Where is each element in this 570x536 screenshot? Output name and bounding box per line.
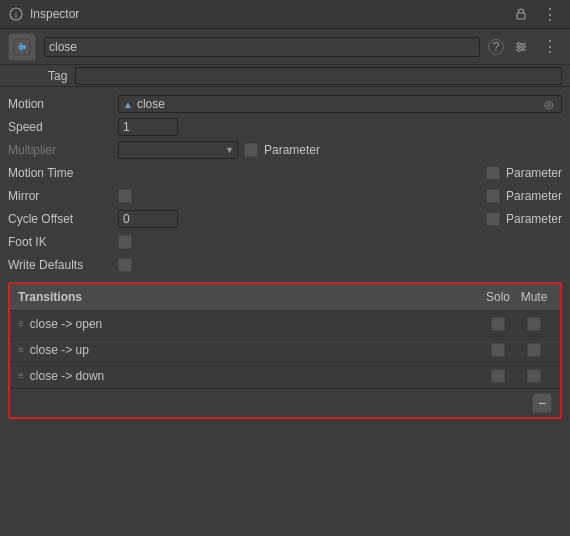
transition-handle-icon-0: ≡ (18, 318, 22, 329)
toolbar-menu-button[interactable]: ⋮ (538, 35, 562, 58)
mirror-param-checkbox[interactable] (486, 189, 500, 203)
inspector-header: i Inspector ⋮ (0, 0, 570, 29)
motion-triangle-icon: ▲ (123, 99, 133, 110)
properties-panel: Motion ▲ close ◎ Speed Multiplier ▼ Pa (0, 87, 570, 425)
foot-ik-checkbox[interactable] (118, 235, 132, 249)
multiplier-label: Multiplier (8, 143, 118, 157)
transition-solo-cb-0[interactable] (491, 317, 505, 331)
cycle-offset-checkbox[interactable] (486, 212, 500, 226)
svg-rect-2 (517, 13, 525, 19)
toolbar: ? ⋮ (0, 29, 570, 65)
transition-text-0: close -> open (30, 317, 480, 331)
transition-mute-cb-0[interactable] (527, 317, 541, 331)
motion-value: ▲ close ◎ (118, 95, 562, 113)
multiplier-value: ▼ Parameter (118, 141, 562, 159)
cycle-offset-row: Cycle Offset Parameter (8, 208, 562, 230)
svg-point-8 (518, 42, 521, 45)
transition-handle-icon-1: ≡ (18, 344, 22, 355)
transition-row-2[interactable]: ≡ close -> down (10, 362, 560, 388)
multiplier-dropdown[interactable] (118, 141, 238, 159)
motion-row: Motion ▲ close ◎ (8, 93, 562, 115)
tag-input[interactable] (75, 67, 562, 85)
name-input[interactable] (44, 37, 480, 57)
tag-row: Tag (0, 65, 570, 87)
remove-transition-button[interactable]: − (532, 393, 552, 413)
transitions-mute-label: Mute (516, 290, 552, 304)
motion-time-row: Motion Time Parameter (8, 162, 562, 184)
mirror-label: Mirror (8, 189, 118, 203)
motion-label: Motion (8, 97, 118, 111)
transitions-header: Transitions Solo Mute (10, 284, 560, 310)
header-menu-button[interactable]: ⋮ (538, 3, 562, 26)
multiplier-dropdown-wrap: ▼ (118, 141, 238, 159)
transitions-bottom-bar: − (10, 388, 560, 417)
info-icon: i (8, 6, 24, 22)
cycle-offset-value: Parameter (118, 210, 562, 228)
inspector-title: Inspector (30, 7, 504, 21)
lock-button[interactable] (510, 5, 532, 23)
speed-label: Speed (8, 120, 118, 134)
svg-point-9 (522, 45, 525, 48)
svg-point-10 (518, 48, 521, 51)
transitions-label: Transitions (18, 290, 480, 304)
mirror-param-label: Parameter (506, 189, 562, 203)
transition-text-2: close -> down (30, 369, 480, 383)
speed-input[interactable] (118, 118, 178, 136)
motion-time-label: Motion Time (8, 166, 118, 180)
write-defaults-label: Write Defaults (8, 258, 118, 272)
cycle-offset-input[interactable] (118, 210, 178, 228)
transitions-solo-label: Solo (480, 290, 516, 304)
write-defaults-row: Write Defaults (8, 254, 562, 276)
transition-handle-icon-2: ≡ (18, 370, 22, 381)
mirror-value: Parameter (118, 189, 562, 203)
transition-mute-cb-1[interactable] (527, 343, 541, 357)
cycle-offset-param-label: Parameter (506, 212, 562, 226)
transition-mute-cb-2[interactable] (527, 369, 541, 383)
multiplier-checkbox[interactable] (244, 143, 258, 157)
speed-value (118, 118, 562, 136)
motion-field-text: close (137, 97, 537, 111)
back-icon-button[interactable] (8, 33, 36, 61)
write-defaults-checkbox[interactable] (118, 258, 132, 272)
mirror-row: Mirror Parameter (8, 185, 562, 207)
transition-row-1[interactable]: ≡ close -> up (10, 336, 560, 362)
foot-ik-value (118, 235, 562, 249)
svg-text:i: i (15, 10, 17, 20)
settings-button[interactable] (510, 38, 532, 56)
motion-time-value: Parameter (118, 166, 562, 180)
help-button[interactable]: ? (488, 39, 504, 55)
transition-solo-cb-2[interactable] (491, 369, 505, 383)
motion-time-param-label: Parameter (506, 166, 562, 180)
toolbar-right-actions: ? ⋮ (488, 35, 562, 58)
cycle-offset-label: Cycle Offset (8, 212, 118, 226)
speed-row: Speed (8, 116, 562, 138)
transitions-section: Transitions Solo Mute ≡ close -> open ≡ … (8, 282, 562, 419)
multiplier-param-label: Parameter (264, 143, 320, 157)
foot-ik-label: Foot IK (8, 235, 118, 249)
transition-solo-cb-1[interactable] (491, 343, 505, 357)
tag-label: Tag (48, 69, 67, 83)
header-actions: ⋮ (510, 3, 562, 26)
write-defaults-value (118, 258, 562, 272)
motion-field[interactable]: ▲ close ◎ (118, 95, 562, 113)
motion-time-checkbox[interactable] (486, 166, 500, 180)
mirror-value-checkbox[interactable] (118, 189, 132, 203)
motion-circle-button[interactable]: ◎ (541, 96, 557, 112)
transition-text-1: close -> up (30, 343, 480, 357)
transition-row-0[interactable]: ≡ close -> open (10, 310, 560, 336)
multiplier-row: Multiplier ▼ Parameter (8, 139, 562, 161)
foot-ik-row: Foot IK (8, 231, 562, 253)
